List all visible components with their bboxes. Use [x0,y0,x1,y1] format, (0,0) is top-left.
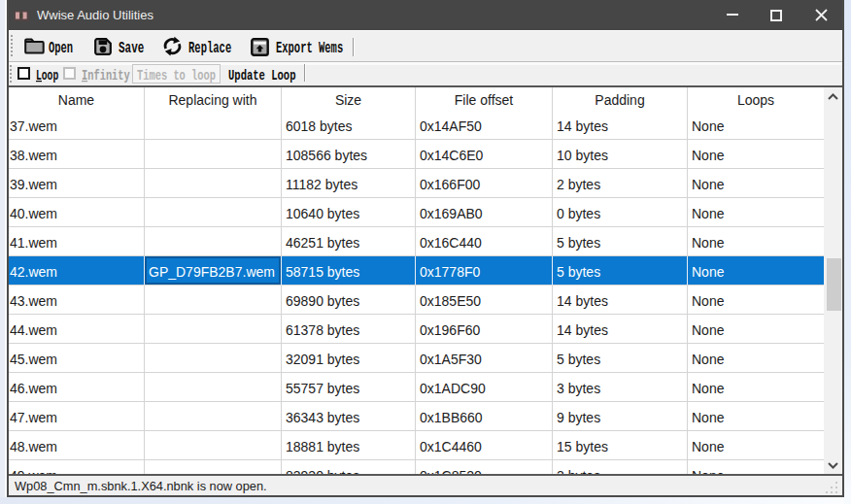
svg-text:Update Loop: Update Loop [228,68,296,84]
svg-text:Save: Save [119,40,144,57]
svg-text:Export Wems: Export Wems [276,40,343,57]
svg-text:Loop: Loop [36,68,58,84]
svg-text:Times to loop: Times to loop [137,68,216,84]
svg-text:Open: Open [49,40,73,57]
svg-text:Infinity: Infinity [82,68,130,84]
svg-text:Replace: Replace [188,40,231,57]
